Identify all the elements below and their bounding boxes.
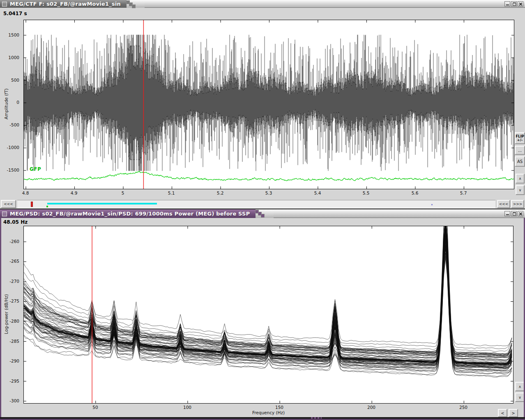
scroll-back-button[interactable]: <<< (497, 200, 510, 208)
window1-title-zone: MEG/CTF F: s02_FB/@rawMovie1_sin (0, 0, 127, 8)
meg-y-tick-labels: 150010005000-500-1000-1500 (0, 20, 21, 189)
psd-y-tick-labels: -260-265-270-275-280-285-290-295-300 (0, 226, 21, 404)
titlebar-steps-decoration (127, 0, 145, 8)
y-tick-label: -1500 (7, 168, 19, 172)
psd-next-button[interactable]: > (509, 409, 518, 417)
channels-page-up-button[interactable]: ∧ (516, 174, 525, 184)
maximize-icon[interactable] (511, 1, 517, 7)
x-tick-label: 5.4 (314, 190, 321, 195)
window1-title: MEG/CTF F: s02_FB/@rawMovie1_sin (10, 1, 121, 7)
psd-plot[interactable] (23, 226, 513, 404)
titlebar-steps-decoration (256, 209, 274, 218)
window1-titlebar[interactable]: MEG/CTF F: s02_FB/@rawMovie1_sin (0, 0, 525, 8)
selection-range-bar[interactable] (47, 203, 157, 204)
x-tick-label: 200 (367, 405, 375, 410)
window2-app-icon (2, 211, 7, 216)
more-options-button[interactable]: ... (515, 146, 525, 155)
x-tick-label: 4.9 (71, 190, 78, 195)
close-icon[interactable] (518, 1, 523, 7)
autoscale-button[interactable]: AS (515, 156, 525, 167)
x-tick-label: 50 (92, 405, 98, 410)
bottom-window-frame (0, 417, 525, 420)
psd-page-up-button[interactable]: ∧ (515, 382, 525, 391)
psd-prev-button[interactable]: < (498, 409, 507, 417)
y-tick-label: -270 (9, 279, 19, 284)
flip-polarity-button[interactable]: FLIP+/- (515, 132, 525, 144)
psd-curves (24, 226, 513, 403)
minimize-icon[interactable] (504, 211, 510, 216)
x-tick-label: 5.2 (217, 190, 224, 195)
meg-x-tick-labels: 4.84.955.15.25.35.45.55.65.7 (23, 190, 514, 196)
y-tick-label: 1000 (8, 55, 19, 60)
x-tick-label: 150 (275, 405, 283, 410)
y-tick-label: -290 (9, 358, 19, 363)
y-tick-label: -1000 (7, 145, 19, 150)
y-tick-label: -280 (9, 319, 19, 324)
y-tick-label: -295 (9, 379, 19, 383)
psd-page-down-button[interactable]: ∨ (515, 392, 525, 402)
y-tick-label: -285 (9, 339, 19, 344)
event-marker-green (46, 206, 48, 207)
frequency-cursor-readout: 48.05 Hz (3, 219, 28, 225)
time-cursor-readout: 5.0417 s (3, 11, 27, 16)
window2-titlebar[interactable]: MEG/PSD: s02_FB/@rawMovie1_sin/PSD: 699/… (0, 209, 525, 218)
y-tick-label: -265 (9, 259, 19, 264)
meg-traces (24, 20, 514, 189)
close-icon[interactable] (518, 211, 523, 216)
window2-title-zone: MEG/PSD: s02_FB/@rawMovie1_sin/PSD: 699/… (0, 209, 256, 218)
x-tick-label: 250 (459, 405, 467, 410)
x-tick-label: 5.7 (460, 190, 467, 195)
minimize-icon[interactable] (504, 1, 510, 7)
window2-title: MEG/PSD: s02_FB/@rawMovie1_sin/PSD: 699/… (10, 211, 250, 217)
scroll-forward-button[interactable]: >>> (511, 200, 524, 208)
maximize-icon[interactable] (511, 211, 517, 216)
channels-page-down-button[interactable]: ∨ (516, 185, 525, 195)
y-tick-label: -275 (9, 298, 19, 303)
x-tick-label: 5.1 (168, 190, 175, 195)
meg-plot[interactable]: GFP (23, 20, 514, 189)
time-scrollbar[interactable] (17, 200, 495, 208)
event-marker-blue (431, 204, 433, 205)
scroll-position-marker[interactable] (31, 202, 33, 207)
window-meg-raw: MEG/CTF F: s02_FB/@rawMovie1_sin 5.0417 … (0, 0, 525, 209)
frequency-axis-label: Frequency (Hz) (23, 410, 513, 415)
y-tick-label: -500 (9, 122, 19, 127)
y-tick-label: 1500 (8, 32, 19, 37)
x-tick-label: 5.3 (265, 190, 272, 195)
x-tick-label: 5 (122, 190, 124, 195)
x-tick-label: 5.6 (412, 190, 419, 195)
desktop: MEG/CTF F: s02_FB/@rawMovie1_sin 5.0417 … (0, 0, 525, 420)
window1-app-icon (2, 2, 7, 7)
scroll-far-left-button[interactable]: <<< (1, 200, 16, 208)
x-tick-label: 100 (183, 405, 191, 410)
y-tick-label: -300 (9, 398, 19, 403)
x-tick-label: 5.5 (363, 190, 370, 195)
y-tick-label: 0 (16, 100, 19, 105)
y-tick-label: -260 (9, 239, 19, 244)
window-psd: MEG/PSD: s02_FB/@rawMovie1_sin/PSD: 699/… (0, 209, 525, 417)
y-tick-label: 500 (11, 78, 19, 83)
gfp-label: GFP (30, 166, 41, 172)
x-tick-label: 4.8 (22, 190, 29, 195)
psd-x-tick-labels: 50100150200250 (23, 405, 513, 410)
